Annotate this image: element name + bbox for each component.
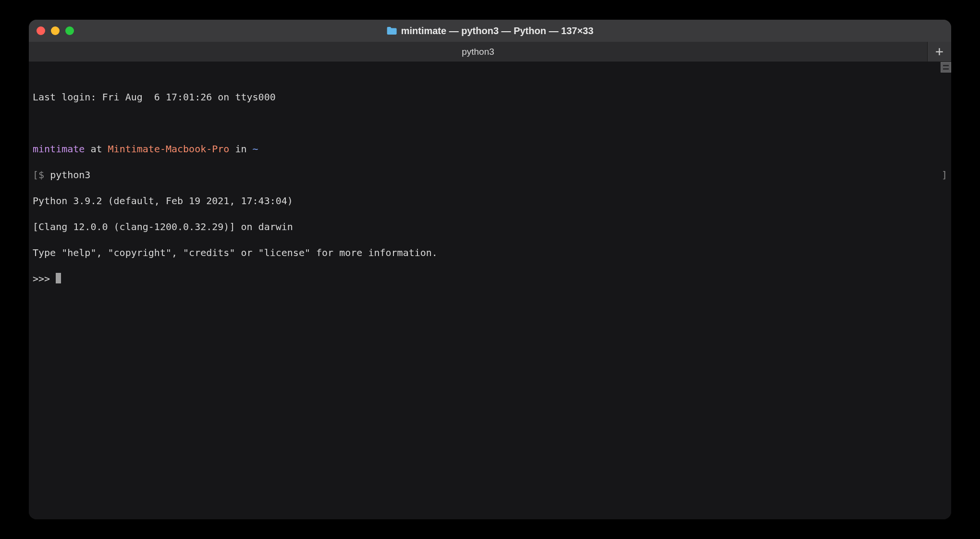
- command-line: [$ python3]: [33, 169, 947, 182]
- typed-command: python3: [50, 169, 90, 181]
- cursor: [56, 273, 61, 283]
- repl-prompt: >>>: [33, 273, 56, 284]
- repl-prompt-line: >>>: [33, 272, 947, 285]
- title-bar: mintimate — python3 — Python — 137×33: [29, 20, 951, 42]
- window-title-text: mintimate — python3 — Python — 137×33: [401, 25, 594, 37]
- python-help-line: Type "help", "copyright", "credits" or "…: [33, 246, 947, 259]
- plus-icon: +: [935, 44, 943, 60]
- python-compiler-line: [Clang 12.0.0 (clang-1200.0.32.29)] on d…: [33, 220, 947, 233]
- terminal-window: mintimate — python3 — Python — 137×33 py…: [29, 20, 951, 519]
- tab-python3[interactable]: python3: [29, 42, 927, 61]
- tab-label: python3: [462, 47, 494, 57]
- tab-bar: python3 +: [29, 42, 951, 62]
- maximize-button[interactable]: [65, 26, 74, 35]
- new-tab-button[interactable]: +: [927, 42, 951, 61]
- prompt-at: at: [85, 143, 108, 155]
- prompt-path: ~: [253, 143, 258, 155]
- blank-line: [33, 117, 947, 130]
- bracket-right: ]: [942, 169, 947, 182]
- minimize-button[interactable]: [51, 26, 60, 35]
- prompt-in: in: [229, 143, 252, 155]
- scroll-indicator-icon: [941, 62, 951, 73]
- last-login-line: Last login: Fri Aug 6 17:01:26 on ttys00…: [33, 91, 947, 104]
- window-title: mintimate — python3 — Python — 137×33: [387, 25, 594, 37]
- prompt-user: mintimate: [33, 143, 85, 155]
- bracket-left: [$: [33, 169, 50, 181]
- python-version-line: Python 3.9.2 (default, Feb 19 2021, 17:4…: [33, 195, 947, 208]
- folder-icon: [387, 26, 397, 35]
- close-button[interactable]: [37, 26, 45, 35]
- window-controls: [37, 26, 74, 35]
- ps1-line: mintimate at Mintimate-Macbook-Pro in ~: [33, 143, 947, 156]
- prompt-host: Mintimate-Macbook-Pro: [108, 143, 230, 155]
- terminal-output[interactable]: Last login: Fri Aug 6 17:01:26 on ttys00…: [29, 62, 951, 519]
